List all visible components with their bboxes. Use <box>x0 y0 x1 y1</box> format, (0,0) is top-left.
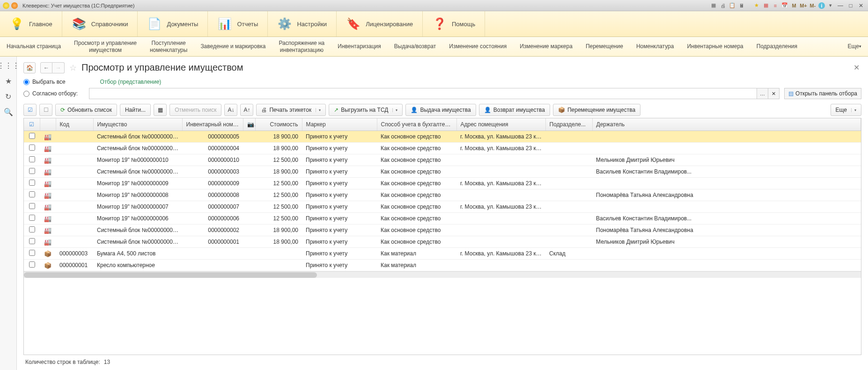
by-filter-radio-input[interactable] <box>23 91 29 97</box>
table-row[interactable]: 🏭 Системный блок №00000000002 0000000002… <box>24 225 861 236</box>
row-checkbox[interactable] <box>29 261 35 268</box>
submenu-item-8[interactable]: Изменение маркера <box>513 37 579 56</box>
submenu-more[interactable]: Еще <box>841 37 868 56</box>
table-row[interactable]: 🏭 Монитор 19" №0000000006 0000000006 12 … <box>24 213 861 225</box>
m-button[interactable]: M <box>790 2 798 9</box>
table-row[interactable]: 🏭 Монитор 19" №0000000007 0000000007 12 … <box>24 201 861 213</box>
close-tab-button[interactable]: ✕ <box>852 61 861 74</box>
filter-ellipsis-button[interactable]: … <box>757 88 768 99</box>
table-row[interactable]: 🏭 Системный блок №00000000005 0000000005… <box>24 131 861 143</box>
titlebar-tool-icon[interactable]: ▦ <box>710 2 717 9</box>
sort-asc-button[interactable]: A↓ <box>224 104 237 116</box>
m-minus-button[interactable]: M- <box>809 2 817 9</box>
row-checkbox[interactable] <box>29 250 35 256</box>
favorite-page-icon[interactable]: ☆ <box>69 63 77 73</box>
submenu-item-0[interactable]: Начальная страница <box>0 37 67 56</box>
submenu-item-7[interactable]: Изменение состояния <box>442 37 513 56</box>
col-code[interactable]: Код <box>56 118 93 131</box>
uncheck-all-button[interactable]: ☐ <box>39 104 52 116</box>
ribbon-item-3[interactable]: 📊Отчеты <box>208 11 268 36</box>
refresh-list-button[interactable]: ⟳Обновить список <box>55 104 117 116</box>
search-icon[interactable]: 🔍 <box>4 108 13 116</box>
close-window-button[interactable]: ✕ <box>857 2 865 9</box>
by-filter-radio[interactable]: Согласно отбору: <box>23 90 84 97</box>
col-icon[interactable] <box>40 118 56 131</box>
table-row[interactable]: 🏭 Системный блок №00000000003 0000000003… <box>24 166 861 178</box>
ribbon-item-2[interactable]: 📄Документы <box>138 11 208 36</box>
calendar-button[interactable]: ▦ <box>154 104 167 116</box>
col-division[interactable]: Подразделе... <box>545 118 592 131</box>
table-row[interactable]: 🏭 Монитор 19" №0000000010 0000000010 12 … <box>24 154 861 166</box>
ribbon-item-5[interactable]: 🔖Лицензирование <box>337 11 423 36</box>
col-inv-number[interactable]: Инвентарный номер <box>182 118 243 131</box>
row-checkbox[interactable] <box>29 168 35 174</box>
submenu-item-5[interactable]: Инвентаризация <box>331 37 387 56</box>
ribbon-item-4[interactable]: ⚙️Настройки <box>268 11 337 36</box>
titlebar-calc-icon[interactable]: 🖩 <box>738 2 745 9</box>
horizontal-scrollbar[interactable] <box>24 271 861 278</box>
select-all-radio-input[interactable] <box>23 79 29 85</box>
minimize-button[interactable]: — <box>836 2 845 9</box>
sort-desc-button[interactable]: A↑ <box>240 104 253 116</box>
titlebar-print-icon[interactable]: 🖨 <box>719 2 727 9</box>
open-filter-panel-button[interactable]: ▤ Открыть панель отбора <box>784 88 861 99</box>
back-button[interactable]: ← <box>40 62 52 73</box>
row-checkbox[interactable] <box>29 133 35 139</box>
select-all-radio[interactable]: Выбрать все <box>23 79 66 85</box>
upload-tsd-button[interactable]: ↗Выгрузить на ТСД <box>329 104 403 116</box>
scroll-thumb[interactable] <box>24 272 317 278</box>
calendar-icon[interactable]: 📅 <box>781 2 788 9</box>
col-accounting[interactable]: Способ учета в бухгалтерии <box>377 118 456 131</box>
more-actions-button[interactable]: Еще <box>831 104 861 116</box>
issue-button[interactable]: 👤Выдача имущества <box>405 104 476 116</box>
table-row[interactable]: 🏭 Монитор 19" №0000000008 0000000008 12 … <box>24 189 861 201</box>
info-icon[interactable]: i <box>818 2 825 9</box>
table-row[interactable]: 📦 000000001 Кресло компьютерное Принято … <box>24 260 861 271</box>
col-check[interactable]: ☑ <box>24 118 40 131</box>
row-checkbox[interactable] <box>29 203 35 209</box>
titlebar-doc-icon[interactable]: 📋 <box>728 2 736 9</box>
table-row[interactable]: 🏭 Монитор 19" №0000000009 0000000009 12 … <box>24 178 861 189</box>
history-icon[interactable]: ↻ <box>5 92 11 101</box>
move-button[interactable]: 📦Перемещение имущества <box>553 104 640 116</box>
m-plus-button[interactable]: M+ <box>800 2 807 9</box>
submenu-item-12[interactable]: Подразделения <box>750 37 804 56</box>
titlebar-apps-icon[interactable]: ▦ <box>762 2 770 9</box>
find-button[interactable]: Найти... <box>120 104 151 116</box>
maximize-button[interactable]: □ <box>846 2 855 9</box>
col-photo[interactable]: 📷 <box>243 118 255 131</box>
submenu-item-6[interactable]: Выдача/возврат <box>388 37 443 56</box>
submenu-item-4[interactable]: Распоряжение наинвентаризацию <box>272 37 331 56</box>
col-property[interactable]: Имущество <box>93 118 182 131</box>
col-holder[interactable]: Держатель <box>592 118 861 131</box>
check-all-button[interactable]: ☑ <box>23 104 37 116</box>
submenu-item-2[interactable]: Поступлениеноменклатуры <box>143 37 194 56</box>
dropdown-icon[interactable]: ▾ <box>827 2 834 9</box>
col-marker[interactable]: Маркер <box>302 118 377 131</box>
favorites-icon[interactable]: ★ <box>753 2 760 9</box>
ribbon-item-6[interactable]: ❓Помощь <box>423 11 485 36</box>
table-row[interactable]: 📦 000000003 Бумага А4, 500 листов Принят… <box>24 248 861 260</box>
submenu-item-10[interactable]: Номенклатура <box>630 37 681 56</box>
home-button[interactable]: 🏠 <box>23 62 36 73</box>
submenu-item-9[interactable]: Перемещение <box>579 37 630 56</box>
print-labels-button[interactable]: 🖨Печать этикеток <box>256 104 326 116</box>
row-checkbox[interactable] <box>29 226 35 232</box>
submenu-item-3[interactable]: Заведение и маркировка <box>194 37 272 56</box>
ribbon-item-0[interactable]: 💡Главное <box>0 11 62 36</box>
ribbon-item-1[interactable]: 📚Справочники <box>62 11 138 36</box>
star-icon[interactable]: ★ <box>5 77 12 86</box>
table-row[interactable]: 🏭 Системный блок №00000000001 0000000001… <box>24 236 861 248</box>
table-row[interactable]: 🏭 Системный блок №00000000004 0000000004… <box>24 143 861 154</box>
titlebar-list-icon[interactable]: ≡ <box>772 2 779 9</box>
row-checkbox[interactable] <box>29 238 35 244</box>
return-button[interactable]: 👤Возврат имущества <box>479 104 550 116</box>
filter-input[interactable] <box>89 88 757 99</box>
submenu-item-11[interactable]: Инвентарные номера <box>680 37 750 56</box>
filter-representation[interactable]: Отбор (представление) <box>100 79 162 85</box>
col-address[interactable]: Адрес помещения <box>456 118 545 131</box>
table-wrapper[interactable]: ☑ Код Имущество Инвентарный номер 📷 Стои… <box>23 118 861 355</box>
row-checkbox[interactable] <box>29 145 35 151</box>
col-cost[interactable]: Стоимость <box>255 118 302 131</box>
row-checkbox[interactable] <box>29 156 35 162</box>
